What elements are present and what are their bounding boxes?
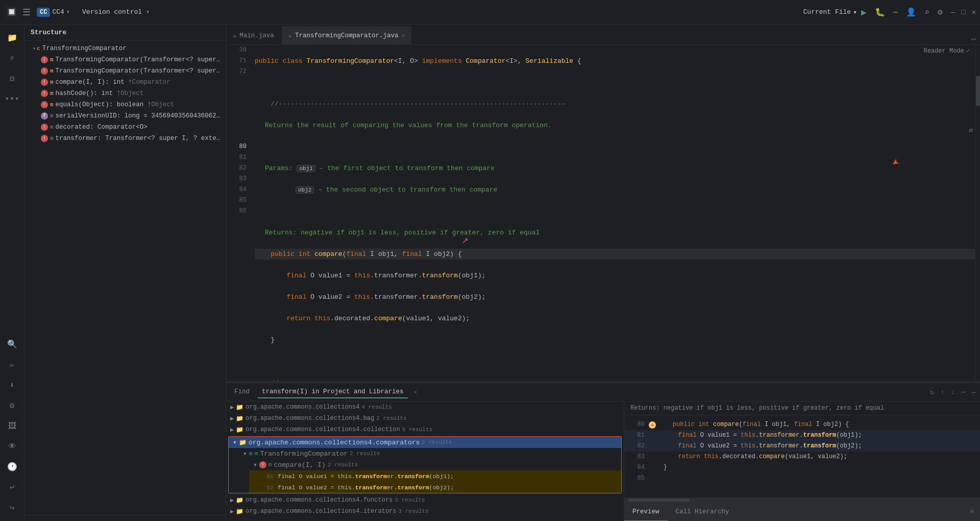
tab-close-tc[interactable]: ✕ <box>402 32 405 39</box>
preview-content-82: final O value2 = this.transformer.transf… <box>649 441 976 452</box>
maximize-button[interactable]: □ <box>961 8 965 16</box>
version-control-label[interactable]: Version control <box>82 8 142 16</box>
preview-line-81[interactable]: 81 final O value1 = this.transformer.tra… <box>624 430 980 441</box>
method-icon-4: m <box>50 90 54 97</box>
structure-panel: Structure ▾ c TransformingComparator ! m… <box>24 25 226 521</box>
sidebar-image-icon[interactable]: 🖼 <box>3 417 21 435</box>
project-name: CC4 <box>52 8 64 16</box>
find-child-tc-header[interactable]: ▾ ⊙ m TransformingComparator 2 results <box>239 448 621 459</box>
reader-mode-button[interactable]: Reader Mode ✓ <box>924 47 970 55</box>
tree-label-compare: compare(I, I): int †Comparator <box>56 79 222 86</box>
tree-item-decorated[interactable]: ! m decorated: Comparator<O> <box>24 122 226 133</box>
sidebar-pencil-icon[interactable]: ✏ <box>3 356 21 374</box>
run-button[interactable]: ▶ <box>861 7 867 18</box>
settings-icon[interactable]: ⚙ <box>938 7 943 17</box>
preview-scrollbar[interactable] <box>624 498 980 503</box>
tree-item-hashcode[interactable]: ! m hashCode(): int †Object <box>24 88 226 99</box>
tree-item-constructor1[interactable]: ! m TransformingComparator(Transformer<?… <box>24 54 226 65</box>
bottom-refresh-icon[interactable]: ↻ <box>930 388 934 396</box>
sidebar-eye-icon[interactable]: 👁 <box>3 437 21 456</box>
close-button[interactable]: ✕ <box>972 8 976 16</box>
sidebar-redo-icon[interactable]: ↪ <box>3 499 21 517</box>
code-line-82: final O value2 = this.transformer.transf… <box>255 292 980 302</box>
code-lines[interactable]: public class TransformingComparator<I, O… <box>251 45 980 381</box>
code-line-84: } <box>255 335 980 345</box>
find-result-code-82: final O value2 = this.transformer.transf… <box>278 484 454 491</box>
structure-scrollbar <box>24 515 226 521</box>
preview-line-80: 80 ⚠ public int compare(final I obj1, fi… <box>624 419 980 430</box>
preview-content-83: return this.decorated.compare(value1, va… <box>649 452 976 462</box>
sidebar-clock-icon[interactable]: 🕐 <box>3 458 21 476</box>
code-line-81: final O value1 = this.transformer.transf… <box>255 270 980 281</box>
sidebar-structure-icon[interactable]: ⊟ <box>3 69 21 88</box>
more-options-icon[interactable]: ⋯ <box>893 7 898 17</box>
find-group-header-functors[interactable]: ▶ 📁 org.apache.commons.collections4.func… <box>226 494 624 506</box>
bottom-tab-transform[interactable]: transform(I) in Project and Libraries <box>258 386 408 398</box>
group-label-iterators: org.apache.commons.collections4.iterator… <box>246 508 396 515</box>
current-file-selector[interactable]: Current File ▾ <box>803 8 857 16</box>
bottom-down-icon[interactable]: ↓ <box>951 388 955 396</box>
tab-main-java[interactable]: ☕ Main.java <box>226 26 281 44</box>
tree-item-compare[interactable]: ! m compare(I, I): int †Comparator <box>24 77 226 88</box>
preview-linenum-81: 81 <box>628 430 645 441</box>
code-line-72: //--------------------------------------… <box>255 99 980 109</box>
sidebar-folder-icon[interactable]: 📁 <box>3 29 21 47</box>
preview-align-icon[interactable]: ≡ <box>964 508 980 516</box>
sidebar-undo-icon[interactable]: ↩ <box>3 478 21 496</box>
tab-more-actions[interactable]: ⋯ <box>967 34 980 44</box>
find-result-row-81[interactable]: 81 final O value1 = this.transformer.tra… <box>259 470 621 482</box>
field-icon-decorated: ! <box>41 124 48 131</box>
tree-label-constructor1: TransformingComparator(Transformer<? sup… <box>56 56 222 63</box>
code-line-jd2 <box>255 141 980 152</box>
field-icon-serial: f <box>41 112 48 120</box>
preview-scrollbar-thumb[interactable] <box>628 499 690 502</box>
bottom-tab-find[interactable]: Find <box>230 386 254 398</box>
debug-icon[interactable]: 🐛 <box>875 7 885 17</box>
tree-item-constructor2[interactable]: ! m TransformingComparator(Transformer<?… <box>24 65 226 77</box>
right-area: ☕ Main.java ☕ TransformingComparator.jav… <box>226 25 980 521</box>
tree-label-root: TransformingComparator <box>42 45 222 52</box>
tree-item-serial[interactable]: f m serialVersionUID: long = 34569403560… <box>24 110 226 122</box>
preview-line-83: 83 return this.decorated.compare(value1,… <box>624 452 980 462</box>
editor-scrollbar-thumb[interactable] <box>976 76 980 106</box>
project-dropdown-arrow[interactable]: ▾ <box>66 8 70 16</box>
tree-item-root[interactable]: ▾ c TransformingComparator <box>24 43 226 54</box>
method-icon-serial: m <box>50 113 54 119</box>
bottom-up-icon[interactable]: ↑ <box>940 388 944 396</box>
version-control-arrow[interactable]: ▾ <box>146 8 150 16</box>
bottom-more-icon[interactable]: ⋯ <box>961 388 965 396</box>
find-group-header-comparators[interactable]: ▾ 📁 org.apache.commons.collections4.comp… <box>229 437 621 448</box>
find-group-header-iterators[interactable]: ▶ 📁 org.apache.commons.collections4.iter… <box>226 506 624 517</box>
user-icon[interactable]: 👤 <box>906 7 916 17</box>
preview-tab-callhierarchy[interactable]: Call Hierarchy <box>668 503 738 522</box>
code-line-jd4: obj2 – the second object to transform th… <box>255 184 980 195</box>
tree-item-transformer[interactable]: ! m transformer: Transformer<? super I, … <box>24 133 226 144</box>
editor-scrollbar-track[interactable] <box>975 45 980 381</box>
bottom-tab-close[interactable]: ✕ <box>414 389 418 395</box>
find-group-header-collections4[interactable]: ▶ 📁 org.apache.commons.collections4 4 re… <box>226 401 624 413</box>
method-icon-1: m <box>50 57 54 63</box>
sidebar-down-icon[interactable]: ⬇ <box>3 376 21 394</box>
find-group-header-collection[interactable]: ▶ 📁 org.apache.commons.collections4.coll… <box>226 424 624 435</box>
group-count-collections4: 4 results <box>361 404 391 410</box>
hamburger-menu[interactable]: ☰ <box>22 7 31 18</box>
minimize-button[interactable]: — <box>951 8 955 16</box>
search-icon[interactable]: ⌕ <box>924 7 929 17</box>
tree-item-equals[interactable]: ! m equals(Object): boolean †Object <box>24 99 226 110</box>
tab-transforming-comparator[interactable]: ☕ TransformingComparator.java ✕ <box>282 26 411 44</box>
preview-tab-preview[interactable]: Preview <box>624 503 668 522</box>
sidebar-find-icon[interactable]: 🔍 <box>3 335 21 353</box>
reader-mode-label: Reader Mode <box>924 48 964 55</box>
find-result-row-82[interactable]: 82 final O value2 = this.transformer.tra… <box>259 482 621 493</box>
preview-line-82[interactable]: 82 final O value2 = this.transformer.tra… <box>624 441 980 452</box>
find-child-compare-header[interactable]: ▾ ! m compare(I, I) 2 results <box>249 459 621 470</box>
find-child-tc: ▾ ⊙ m TransformingComparator 2 results <box>229 448 621 493</box>
find-group-functors: ▶ 📁 org.apache.commons.collections4.func… <box>226 494 624 506</box>
class-icon: c <box>37 45 40 52</box>
sidebar-gear-icon[interactable]: ⚙ <box>3 396 21 415</box>
sidebar-search-icon[interactable]: ⌕ <box>3 49 21 67</box>
find-result-81[interactable]: 81 final O value1 = this.transformer.tra… <box>249 470 621 493</box>
sidebar-more-icon[interactable]: ••• <box>3 90 21 108</box>
bottom-minimize-icon[interactable]: — <box>972 388 976 396</box>
find-group-header-bag[interactable]: ▶ 📁 org.apache.commons.collections4.bag … <box>226 413 624 424</box>
